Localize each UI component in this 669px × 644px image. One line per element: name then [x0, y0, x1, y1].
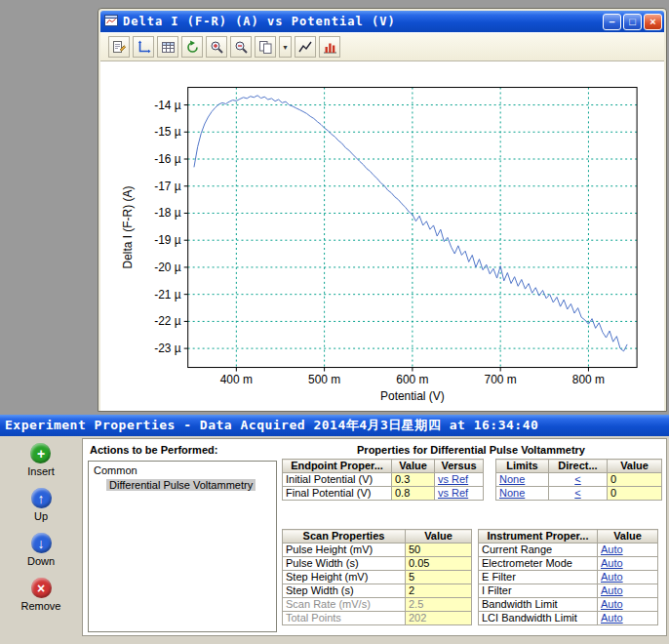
value-link[interactable]: <: [549, 473, 608, 487]
button-label: Remove: [21, 600, 61, 612]
action-button-column: +Insert↑Up↓Down×Remove: [0, 436, 82, 644]
property-label: E Filter: [479, 571, 598, 584]
y-tick-label: -15 µ: [154, 125, 181, 139]
property-label: Pulse Height (mV): [283, 543, 406, 557]
value-link[interactable]: Auto: [598, 557, 658, 571]
x-tick-label: 400 m: [220, 373, 253, 386]
button-label: Up: [34, 510, 48, 522]
scan-properties-table: Scan PropertiesValuePulse Height (mV)50P…: [282, 529, 472, 625]
property-label: Current Range: [479, 543, 598, 557]
value-cell[interactable]: 50: [406, 543, 472, 557]
value-link[interactable]: vs Ref: [435, 473, 484, 487]
value-link[interactable]: Auto: [598, 584, 658, 598]
value-cell: 2.5: [406, 598, 472, 612]
properties-for-label: Properties for Differential Pulse Voltam…: [278, 444, 664, 456]
x-tick-label: 500 m: [308, 373, 340, 386]
toolbar-button-axes-setup[interactable]: [133, 36, 154, 58]
up-arrow-icon: ↑: [31, 488, 52, 508]
down-arrow-icon: ↓: [31, 533, 52, 553]
plot-border: [188, 88, 637, 368]
column-header: Scan Properties: [283, 530, 406, 543]
value-cell[interactable]: 0: [608, 487, 662, 501]
actions-tree: Common Differential Pulse Voltammetry: [88, 461, 277, 632]
minimize-button[interactable]: –: [603, 14, 621, 30]
x-tick-label: 800 m: [572, 373, 605, 386]
value-link[interactable]: Auto: [598, 571, 658, 584]
chart-area: 400 m500 m600 m700 m800 m-14 µ-15 µ-16 µ…: [100, 61, 664, 411]
axes-setup-icon: [137, 40, 151, 55]
voltammogram-chart[interactable]: 400 m500 m600 m700 m800 m-14 µ-15 µ-16 µ…: [100, 61, 664, 411]
endpoint-properties-table: Endpoint Proper...ValueVersusInitial Pot…: [282, 459, 484, 501]
remove-button[interactable]: ×Remove: [21, 578, 61, 612]
tree-item-common[interactable]: Common: [91, 464, 274, 476]
down-button[interactable]: ↓Down: [27, 533, 55, 567]
property-label: Bandwidth Limit: [479, 598, 598, 612]
toolbar-button-rotate-view[interactable]: [181, 36, 203, 58]
data-grid-icon: [161, 40, 176, 55]
chart-window-title: Delta I (F-R) (A) vs Potential (V): [123, 15, 603, 28]
plus-icon: +: [30, 443, 51, 463]
property-label: Final Potential (V): [283, 487, 392, 501]
toolbar-button-copy-chart[interactable]: [255, 36, 276, 58]
column-header: Instrument Proper...: [479, 530, 598, 543]
column-header: Value: [392, 460, 435, 473]
toolbar-button-zoom-out[interactable]: [230, 36, 252, 58]
window-controls: – □ ×: [603, 14, 662, 30]
value-link[interactable]: Auto: [598, 543, 658, 557]
value-link[interactable]: Auto: [598, 612, 658, 625]
experiment-properties-titlebar[interactable]: Experiment Properties - Data Acquired 20…: [0, 415, 669, 436]
edit-properties-icon: [112, 40, 127, 55]
chart-window: Delta I (F-R) (A) vs Potential (V) – □ ×…: [98, 8, 667, 412]
value-link[interactable]: None: [496, 487, 549, 501]
copy-chart-icon: [258, 40, 273, 55]
column-header: Direct...: [549, 460, 608, 473]
zoom-out-icon: [234, 40, 249, 55]
property-label: I Filter: [479, 584, 598, 598]
x-axis-label: Potential (V): [380, 389, 445, 403]
value-cell[interactable]: 0: [608, 473, 662, 487]
toolbar-dropdown-arrow[interactable]: ▼: [279, 36, 292, 58]
column-header: Value: [598, 530, 658, 543]
toolbar-button-data-grid[interactable]: [157, 36, 178, 58]
x-tick-label: 600 m: [396, 373, 428, 386]
value-cell[interactable]: 2: [406, 584, 472, 598]
value-cell: 202: [406, 612, 472, 625]
value-link[interactable]: None: [496, 473, 549, 487]
value-cell[interactable]: 0.8: [392, 487, 435, 501]
rotate-view-icon: [185, 40, 200, 55]
insert-button[interactable]: +Insert: [27, 443, 55, 477]
chart-window-titlebar[interactable]: Delta I (F-R) (A) vs Potential (V) – □ ×: [100, 11, 664, 32]
y-tick-label: -22 µ: [154, 314, 181, 328]
value-link[interactable]: vs Ref: [435, 487, 484, 501]
actions-to-be-performed-label: Actions to be Performed:: [90, 444, 217, 456]
value-cell[interactable]: 0.3: [392, 473, 435, 487]
value-cell[interactable]: 5: [406, 571, 472, 584]
chart-window-icon: [104, 13, 118, 30]
tree-item-differential-pulse-voltammetry[interactable]: Differential Pulse Voltammetry: [106, 479, 256, 491]
y-tick-label: -17 µ: [154, 180, 181, 193]
property-label: Step Width (s): [283, 584, 406, 598]
maximize-button[interactable]: □: [623, 14, 642, 30]
value-cell[interactable]: 0.05: [406, 557, 472, 571]
value-link[interactable]: Auto: [598, 598, 658, 612]
properties-content: Actions to be Performed: Properties for …: [82, 438, 667, 636]
toolbar-button-line-fit[interactable]: [295, 36, 316, 58]
close-button[interactable]: ×: [644, 14, 662, 30]
y-axis-label: Delta I (F-R) (A): [121, 186, 135, 269]
property-label: Scan Rate (mV/s): [283, 598, 406, 612]
toolbar-button-zoom-in[interactable]: [206, 36, 227, 58]
column-header: Value: [608, 460, 662, 473]
toolbar-button-edit-properties[interactable]: [108, 36, 130, 58]
toolbar-button-peak-analysis[interactable]: [319, 36, 340, 58]
limits-table: LimitsDirect...ValueNone<0None<0: [495, 459, 662, 501]
tree-child-row: Differential Pulse Voltammetry: [106, 479, 274, 491]
value-link[interactable]: <: [549, 487, 608, 501]
column-header: Limits: [496, 460, 549, 473]
column-header: Versus: [435, 460, 484, 473]
up-button[interactable]: ↑Up: [31, 488, 52, 522]
instrument-properties-table: Instrument Proper...ValueCurrent RangeAu…: [478, 529, 658, 625]
y-tick-label: -18 µ: [154, 206, 181, 220]
property-label: Step Height (mV): [283, 571, 406, 584]
y-tick-label: -20 µ: [154, 261, 181, 274]
y-tick-label: -14 µ: [154, 99, 181, 112]
